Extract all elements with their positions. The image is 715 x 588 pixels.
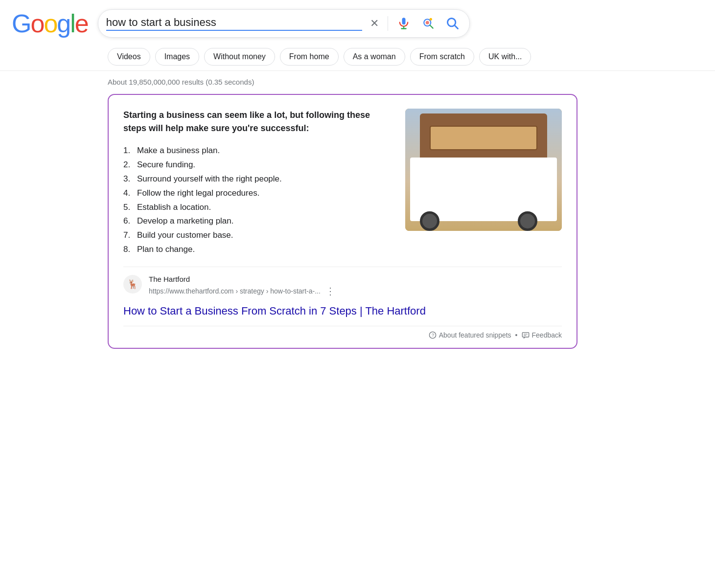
- svg-line-8: [455, 25, 458, 28]
- feedback-icon: [522, 331, 530, 339]
- source-url-text: https://www.thehartford.com › strategy ›…: [149, 287, 321, 295]
- snippet-source: 🦌 The Hartford https://www.thehartford.c…: [123, 267, 562, 299]
- header: Google ✕: [0, 0, 715, 43]
- mic-icon: [397, 17, 411, 30]
- step-text-8: Plan to change.: [137, 243, 195, 257]
- step-num-7: 7.: [123, 228, 133, 243]
- source-link[interactable]: How to Start a Business From Scratch in …: [123, 304, 562, 319]
- list-item: 8. Plan to change.: [123, 243, 391, 257]
- google-logo: Google: [12, 9, 88, 38]
- search-bar: ✕: [98, 9, 470, 38]
- filter-chip-images[interactable]: Images: [155, 48, 199, 66]
- source-name: The Hartford: [149, 275, 562, 283]
- lens-button[interactable]: [419, 15, 437, 32]
- question-circle-icon: ?: [429, 331, 437, 339]
- snippet-top: Starting a business can seem like a lot,…: [123, 109, 562, 257]
- favicon-emoji: 🦌: [127, 279, 138, 290]
- logo-g: G: [12, 9, 30, 38]
- svg-point-6: [429, 18, 432, 21]
- search-bar-wrapper: ✕: [98, 9, 470, 38]
- step-num-5: 5.: [123, 201, 133, 215]
- wheel-right: [518, 211, 537, 231]
- truck-window: [430, 126, 537, 150]
- voice-search-button[interactable]: [395, 15, 413, 32]
- source-info: The Hartford https://www.thehartford.com…: [149, 275, 562, 299]
- feedback-item[interactable]: Feedback: [522, 331, 562, 339]
- search-icon: [446, 17, 460, 30]
- step-text-3: Surround yourself with the right people.: [137, 172, 282, 186]
- snippet-text: Starting a business can seem like a lot,…: [123, 109, 391, 257]
- logo-o1: o: [30, 9, 44, 38]
- svg-line-5: [430, 25, 433, 28]
- step-num-2: 2.: [123, 158, 133, 172]
- step-num-6: 6.: [123, 214, 133, 228]
- wheel-left: [420, 211, 439, 231]
- filter-chip-from-home[interactable]: From home: [280, 48, 339, 66]
- snippet-bottom-bar: ? About featured snippets • Feedback: [123, 326, 562, 339]
- step-num-4: 4.: [123, 186, 133, 201]
- step-text-6: Develop a marketing plan.: [137, 214, 234, 228]
- logo-g2: g: [57, 9, 70, 38]
- filter-chip-without-money[interactable]: Without money: [204, 48, 275, 66]
- list-item: 6. Develop a marketing plan.: [123, 214, 391, 228]
- logo-l: l: [70, 9, 75, 38]
- list-item: 2. Secure funding.: [123, 158, 391, 172]
- separator: •: [515, 331, 518, 339]
- step-text-7: Build your customer base.: [137, 228, 233, 243]
- step-text-5: Establish a location.: [137, 201, 211, 215]
- about-snippets-label: About featured snippets: [439, 331, 511, 339]
- filter-bar: Videos Images Without money From home As…: [0, 43, 715, 71]
- feedback-label: Feedback: [532, 331, 562, 339]
- step-num-3: 3.: [123, 172, 133, 186]
- step-num-8: 8.: [123, 243, 133, 257]
- lens-icon: [421, 17, 435, 30]
- svg-point-4: [425, 21, 429, 24]
- step-text-4: Follow the right legal procedures.: [137, 186, 259, 201]
- featured-snippet: Starting a business can seem like a lot,…: [108, 94, 577, 349]
- search-button[interactable]: [444, 15, 461, 32]
- snippet-steps-list: 1. Make a business plan. 2. Secure fundi…: [123, 144, 391, 257]
- search-input[interactable]: [106, 16, 362, 31]
- clear-button[interactable]: ✕: [368, 15, 381, 32]
- search-icons: ✕: [368, 15, 461, 32]
- svg-text:?: ?: [432, 333, 434, 338]
- snippet-intro: Starting a business can seem like a lot,…: [123, 109, 391, 135]
- list-item: 4. Follow the right legal procedures.: [123, 186, 391, 201]
- results-count: About 19,850,000,000 results (0.35 secon…: [108, 78, 703, 86]
- source-favicon: 🦌: [123, 275, 142, 294]
- list-item: 3. Surround yourself with the right peop…: [123, 172, 391, 186]
- logo-o2: o: [44, 9, 57, 38]
- source-url: https://www.thehartford.com › strategy ›…: [149, 283, 562, 299]
- step-text-2: Secure funding.: [137, 158, 195, 172]
- svg-rect-11: [522, 333, 529, 337]
- filter-chip-videos[interactable]: Videos: [108, 48, 150, 66]
- step-num-1: 1.: [123, 144, 133, 158]
- divider: [388, 16, 388, 31]
- more-options-icon[interactable]: ⋮: [323, 283, 337, 299]
- list-item: 7. Build your customer base.: [123, 228, 391, 243]
- list-item: 1. Make a business plan.: [123, 144, 391, 158]
- about-snippets-item[interactable]: ? About featured snippets: [429, 331, 511, 339]
- list-item: 5. Establish a location.: [123, 201, 391, 215]
- svg-rect-0: [402, 18, 405, 24]
- snippet-image-container: STREET: [405, 109, 562, 257]
- snippet-image: STREET: [405, 109, 562, 231]
- filter-chip-as-woman[interactable]: As a woman: [344, 48, 405, 66]
- filter-chip-uk[interactable]: UK with...: [479, 48, 531, 66]
- step-text-1: Make a business plan.: [137, 144, 220, 158]
- logo-e: e: [75, 9, 88, 38]
- results-area: About 19,850,000,000 results (0.35 secon…: [0, 71, 715, 359]
- filter-chip-from-scratch[interactable]: From scratch: [410, 48, 474, 66]
